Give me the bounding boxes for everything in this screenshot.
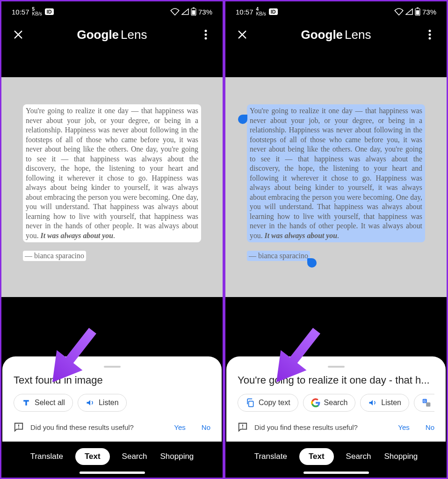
status-bar: 10:57 4KB/s ID 73% [225, 1, 447, 22]
chip-row: Select all Listen [14, 394, 210, 412]
svg-point-4 [205, 34, 207, 36]
close-icon [13, 29, 23, 40]
mode-tabs: Translate Text Search Shopping [225, 442, 447, 472]
sheet-drag-handle[interactable] [328, 366, 345, 368]
translate-icon: G [422, 398, 431, 407]
feedback-icon [14, 422, 24, 432]
tab-search[interactable]: Search [345, 449, 372, 464]
feedback-yes[interactable]: Yes [174, 423, 185, 431]
author-text[interactable]: — bianca sparacino [23, 251, 86, 261]
tab-shopping[interactable]: Shopping [383, 449, 419, 464]
feedback-yes[interactable]: Yes [398, 423, 409, 431]
phone-right: 10:57 4KB/s ID 73% Google Lens You're go… [224, 0, 448, 479]
selection-handle-start[interactable] [238, 115, 247, 124]
search-chip[interactable]: Search [303, 394, 356, 412]
feedback-icon [238, 422, 248, 432]
signal-icon [181, 8, 189, 15]
speaker-icon [86, 398, 95, 407]
selected-text-block[interactable]: You're going to realize it one day — tha… [247, 104, 425, 242]
svg-rect-6 [18, 425, 19, 427]
wifi-icon [394, 8, 404, 15]
feedback-row: Did you find these results useful? Yes N… [238, 422, 434, 432]
copy-icon [246, 398, 255, 407]
status-battery: 73% [198, 8, 212, 16]
scan-area[interactable]: You're going to realize it one day — tha… [225, 77, 447, 297]
status-time: 10:57 [12, 8, 29, 16]
close-icon [237, 29, 247, 40]
id-tag: ID [269, 8, 278, 15]
listen-chip[interactable]: Listen [78, 394, 127, 412]
signal-icon [405, 8, 413, 15]
svg-point-5 [205, 37, 207, 40]
tab-translate[interactable]: Translate [253, 449, 288, 464]
close-button[interactable] [234, 26, 251, 43]
status-battery: 73% [422, 8, 436, 16]
svg-rect-10 [416, 10, 419, 15]
scan-area[interactable]: You're going to realize it one day — tha… [1, 77, 223, 297]
more-vertical-icon [428, 29, 431, 40]
svg-rect-18 [242, 425, 243, 427]
more-button[interactable] [421, 26, 438, 43]
svg-point-13 [429, 37, 431, 40]
close-button[interactable] [10, 26, 27, 43]
status-bar: 10:57 5KB/s ID 73% [1, 1, 223, 22]
text-t-icon [22, 398, 31, 407]
feedback-no[interactable]: No [426, 423, 434, 431]
google-g-icon [311, 398, 320, 407]
svg-rect-9 [417, 7, 419, 8]
id-tag: ID [45, 8, 54, 15]
tab-translate[interactable]: Translate [29, 449, 64, 464]
feedback-row: Did you find these results useful? Yes N… [14, 422, 210, 432]
translate-chip[interactable]: G Tr [414, 394, 434, 412]
svg-rect-2 [192, 10, 195, 15]
tab-text[interactable]: Text [75, 448, 110, 465]
speaker-icon [368, 398, 377, 407]
phone-left: 10:57 5KB/s ID 73% Google Lens You're go… [0, 0, 224, 479]
feedback-question: Did you find these results useful? [254, 423, 358, 431]
battery-icon [191, 7, 196, 16]
svg-rect-14 [249, 401, 253, 407]
author-text-selected[interactable]: — bianca sparacino [247, 251, 310, 261]
wifi-icon [170, 8, 180, 15]
listen-chip[interactable]: Listen [360, 394, 409, 412]
app-title: Google Lens [251, 28, 421, 42]
feedback-question: Did you find these results useful? [30, 423, 134, 431]
svg-rect-19 [242, 428, 243, 428]
sheet-drag-handle[interactable] [104, 366, 121, 368]
tab-search[interactable]: Search [121, 449, 148, 464]
tab-shopping[interactable]: Shopping [159, 449, 195, 464]
more-button[interactable] [197, 26, 214, 43]
selection-handle-end[interactable] [307, 258, 317, 268]
app-title: Google Lens [27, 28, 197, 42]
svg-text:G: G [423, 399, 426, 403]
svg-point-3 [205, 30, 207, 32]
chip-row: Copy text Search Listen G Tr [238, 394, 434, 412]
feedback-no[interactable]: No [202, 423, 210, 431]
tab-text[interactable]: Text [299, 448, 334, 465]
battery-icon [415, 7, 420, 16]
topbar: Google Lens [1, 22, 223, 47]
nav-handle[interactable] [79, 472, 145, 474]
svg-point-12 [429, 34, 431, 36]
more-vertical-icon [204, 29, 207, 40]
svg-rect-7 [18, 428, 19, 428]
svg-rect-16 [426, 402, 430, 406]
nav-handle[interactable] [303, 472, 369, 474]
detected-text-block[interactable]: You're going to realize it one day — tha… [23, 104, 201, 242]
status-time: 10:57 [236, 8, 253, 16]
topbar: Google Lens [225, 22, 447, 47]
svg-point-11 [429, 30, 431, 32]
svg-rect-1 [193, 7, 195, 8]
mode-tabs: Translate Text Search Shopping [1, 442, 223, 472]
